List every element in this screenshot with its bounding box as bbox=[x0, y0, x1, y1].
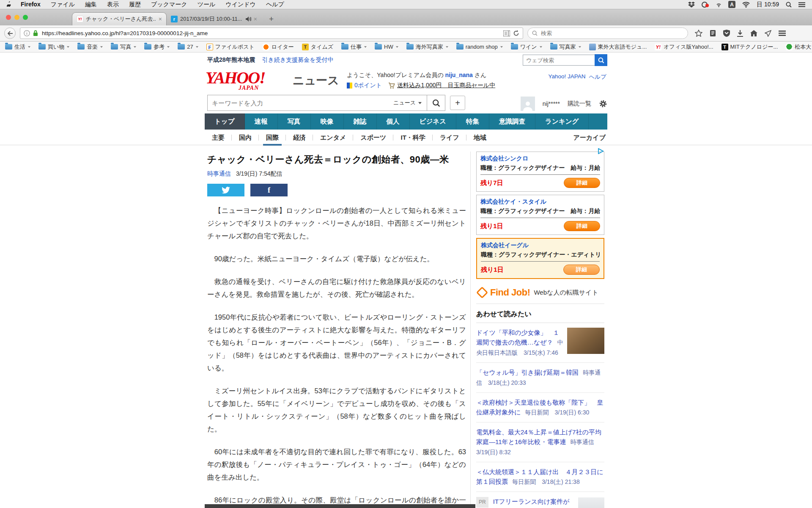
tab-close-icon[interactable] bbox=[159, 16, 162, 22]
menubar-item[interactable]: ヘルプ bbox=[266, 1, 284, 8]
bookmark-item[interactable]: 海外写真家 bbox=[406, 43, 448, 51]
related-title[interactable]: 「セウォル号」引き揚げ延期＝韓国 bbox=[476, 369, 579, 376]
page-info-icon[interactable] bbox=[24, 30, 30, 36]
related-item[interactable]: ＜仏大統領選＞１１人届け出 ４月２３日に第１回投票 毎日新聞 3/18(土) 2… bbox=[476, 462, 604, 492]
bookmark-item[interactable]: 写真 bbox=[111, 43, 136, 51]
related-item[interactable]: 電気料金、最大24％上昇＝値上げ7社の平均家庭―11年と16年比較・電事連 時事… bbox=[476, 422, 604, 462]
bookmark-item[interactable]: 仕事 bbox=[341, 43, 367, 51]
subnav-item[interactable]: 主要 bbox=[205, 130, 232, 146]
minimize-window-button[interactable] bbox=[14, 15, 19, 20]
new-tab-button[interactable]: + bbox=[269, 15, 274, 23]
adchoices-icon[interactable] bbox=[598, 148, 604, 154]
reading-list-icon[interactable] bbox=[710, 30, 716, 37]
subnav-item[interactable]: エンタメ bbox=[313, 130, 353, 146]
apple-menu-icon[interactable] bbox=[7, 1, 12, 8]
bookmark-star-icon[interactable] bbox=[695, 30, 702, 37]
donation-link[interactable]: 引き続き支援募金を受付中 bbox=[262, 56, 334, 64]
job-ad-card[interactable]: 株式会社イーグル 職種：グラフィックデザイナー・エディトリ… 残り1日 詳細 bbox=[476, 238, 604, 279]
web-search-button[interactable] bbox=[595, 54, 607, 66]
tab-close-icon[interactable] bbox=[254, 16, 257, 22]
job-company[interactable]: 株式会社シンクロ bbox=[480, 155, 600, 163]
web-search-input[interactable] bbox=[523, 55, 595, 66]
job-detail-button[interactable]: 詳細 bbox=[564, 178, 600, 188]
bookmark-item[interactable]: 写真家 bbox=[550, 43, 581, 51]
bookmark-item[interactable]: F ファイルポスト bbox=[206, 43, 255, 51]
username-link[interactable]: niju_nana bbox=[445, 72, 473, 78]
job-company[interactable]: 株式会社イーグル bbox=[481, 242, 600, 249]
job-company[interactable]: 株式会社ケイ・スタイル bbox=[480, 198, 600, 206]
nav-tab[interactable]: トップ bbox=[205, 113, 245, 130]
zoom-window-button[interactable] bbox=[23, 15, 28, 20]
menubar-item[interactable]: 履歴 bbox=[129, 1, 141, 8]
bookmark-item[interactable]: T タイムズ bbox=[302, 43, 333, 51]
bookmark-item[interactable]: T MITテクノロジー... bbox=[721, 43, 778, 51]
nav-tab[interactable]: 特集 bbox=[456, 113, 489, 130]
related-title[interactable]: ドイツ「平和の少女像」 １週間で撤去の危機…なぜ？ bbox=[476, 329, 559, 346]
nav-tab[interactable]: 映像 bbox=[311, 113, 344, 130]
related-item[interactable]: ドイツ「平和の少女像」 １週間で撤去の危機…なぜ？ 中央日報日本語版 3/15(… bbox=[476, 323, 604, 363]
twitter-share-button[interactable] bbox=[207, 184, 244, 196]
dropbox-icon[interactable] bbox=[688, 2, 695, 8]
user-avatar[interactable] bbox=[521, 97, 535, 111]
bookmark-item[interactable]: ロイター bbox=[263, 43, 294, 51]
subnav-item[interactable]: ライフ bbox=[433, 130, 466, 146]
pr-ad-text[interactable]: ITフリーランス向け案件が満載｜エンド直請案件多数！業界最大級提案数やりたい案件… bbox=[476, 498, 572, 508]
browser-search-field[interactable] bbox=[527, 28, 688, 39]
bookmark-item[interactable]: 東外大言語モジュ... bbox=[589, 43, 647, 51]
archive-link[interactable]: アーカイブ bbox=[573, 130, 607, 146]
subnav-item[interactable]: 地域 bbox=[466, 130, 494, 146]
reload-icon[interactable] bbox=[513, 30, 519, 36]
help-link[interactable]: ヘルプ bbox=[589, 73, 606, 81]
points-link[interactable]: 0ポイント bbox=[354, 82, 382, 89]
menubar-clock[interactable]: 日 10:59 bbox=[757, 1, 779, 8]
url-bar[interactable] bbox=[20, 28, 523, 39]
send-tab-icon[interactable] bbox=[765, 30, 771, 37]
close-window-button[interactable] bbox=[6, 15, 11, 20]
wifi-icon[interactable] bbox=[742, 2, 750, 8]
nav-tab[interactable]: 意識調査 bbox=[489, 113, 535, 130]
job-ad-card[interactable]: 株式会社シンクロ 職種：グラフィックデザイナー 給与：月給… 残り7日 詳細 bbox=[476, 152, 604, 192]
nav-tab[interactable]: 雑誌 bbox=[344, 113, 377, 130]
bookmark-item[interactable]: 買い物 bbox=[38, 43, 69, 51]
spotlight-icon[interactable] bbox=[786, 2, 792, 8]
related-item[interactable]: ＜政府検討＞天皇退位後も敬称「陛下」 皇位継承対象外に 毎日新聞 3/19(日)… bbox=[476, 393, 604, 422]
nav-tab[interactable]: ビジネス bbox=[410, 113, 456, 130]
menubar-item[interactable]: 編集 bbox=[85, 1, 97, 8]
yahoo-japan-logo[interactable]: YAHOO! JAPAN bbox=[206, 69, 290, 91]
bookmark-item[interactable]: 音楽 bbox=[77, 43, 103, 51]
https-lock-icon[interactable] bbox=[33, 30, 38, 36]
bookmark-item[interactable]: 27 bbox=[178, 44, 198, 50]
nav-tab[interactable]: 速報 bbox=[245, 113, 278, 130]
hamburger-menu-icon[interactable] bbox=[779, 30, 786, 36]
bluetooth-wifi-icon[interactable] bbox=[716, 2, 721, 7]
subnav-item[interactable]: IT・科学 bbox=[393, 130, 432, 146]
notification-center-icon[interactable] bbox=[798, 2, 805, 7]
input-source-icon[interactable]: A bbox=[728, 1, 735, 8]
bookmark-item[interactable]: Y! オフィス版Yahoo!... bbox=[655, 43, 713, 51]
nav-tab[interactable]: 写真 bbox=[278, 113, 311, 130]
related-item[interactable]: 「セウォル号」引き揚げ延期＝韓国 時事通信 3/18(土) 20:33 bbox=[476, 363, 604, 393]
home-icon[interactable] bbox=[750, 30, 757, 37]
menubar-item[interactable]: ウインドウ bbox=[225, 1, 256, 8]
bookmark-item[interactable]: 参考 bbox=[144, 43, 170, 51]
related-thumbnail[interactable] bbox=[567, 328, 604, 354]
bookmark-item[interactable]: 生活 bbox=[5, 43, 30, 51]
menubar-item[interactable]: ブックマーク bbox=[151, 1, 187, 8]
help-link[interactable]: Yahoo! JAPAN bbox=[549, 73, 586, 81]
browser-search-input[interactable] bbox=[540, 30, 683, 37]
nav-tab[interactable]: 個人 bbox=[377, 113, 410, 130]
job-detail-button[interactable]: 詳細 bbox=[564, 221, 600, 231]
promo-link[interactable]: 送料込み1,000円 目玉商品セール中 bbox=[397, 82, 495, 89]
bookmark-item[interactable]: ワイン bbox=[511, 43, 542, 51]
pr-ad[interactable]: PR ITフリーランス向け案件が満載｜エンド直請案件多数！業界最大級提案数やりた… bbox=[476, 492, 604, 508]
bookmark-item[interactable]: 松本大 bbox=[786, 43, 811, 51]
source-link[interactable]: 時事通信 bbox=[207, 170, 231, 177]
pocket-shield-icon[interactable] bbox=[723, 30, 730, 37]
downloads-icon[interactable] bbox=[737, 30, 743, 37]
subnav-item[interactable]: 国内 bbox=[232, 130, 259, 146]
settings-gear-icon[interactable] bbox=[599, 99, 607, 108]
subnav-item[interactable]: スポーツ bbox=[353, 130, 393, 146]
facebook-share-button[interactable]: f bbox=[250, 184, 288, 196]
url-input[interactable] bbox=[41, 30, 500, 37]
menubar-item[interactable]: ツール bbox=[198, 1, 216, 8]
